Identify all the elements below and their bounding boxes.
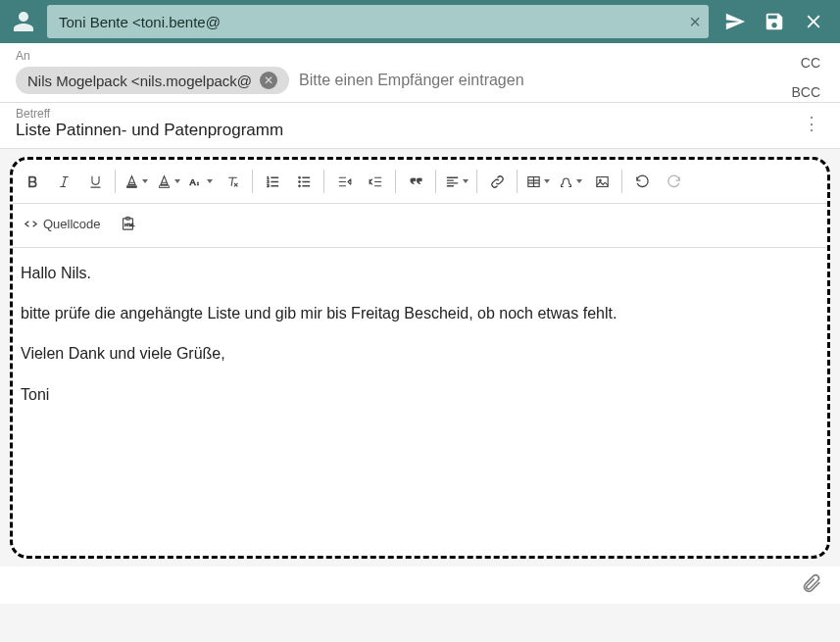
body-line: Vielen Dank und viele Grüße, — [21, 342, 819, 365]
from-field[interactable]: Toni Bente <toni.bente@ × — [47, 5, 709, 38]
toolbar-separator — [621, 170, 622, 193]
special-char-button[interactable] — [554, 166, 586, 197]
ordered-list-button[interactable]: 123 — [257, 166, 288, 197]
toolbar-separator — [476, 170, 477, 193]
save-button[interactable] — [764, 11, 785, 32]
svg-text:A: A — [189, 177, 196, 187]
bold-button[interactable] — [17, 166, 48, 197]
highlight-button[interactable] — [152, 166, 184, 197]
recipient-input[interactable] — [299, 72, 824, 89]
svg-text:↕: ↕ — [197, 180, 200, 186]
align-button[interactable] — [440, 166, 472, 197]
toolbar-separator — [517, 170, 518, 193]
svg-rect-1 — [160, 185, 170, 187]
to-label: An — [16, 49, 824, 63]
svg-text:HTML: HTML — [124, 222, 135, 227]
compose-header: Toni Bente <toni.bente@ × — [0, 0, 840, 43]
unordered-list-button[interactable] — [288, 166, 320, 197]
clear-from-icon[interactable]: × — [689, 12, 701, 31]
toolbar-separator — [323, 170, 324, 193]
attachment-button[interactable] — [801, 572, 822, 598]
header-actions — [718, 11, 830, 32]
toolbar-separator — [395, 170, 396, 193]
source-code-button[interactable]: Quellcode — [17, 208, 107, 239]
undo-button[interactable] — [626, 166, 658, 197]
clear-format-button[interactable] — [217, 166, 248, 197]
font-size-button[interactable]: A↕ — [184, 166, 217, 197]
toolbar: A↕ 123 — [13, 160, 827, 204]
subject-row: Betreff ⋮ — [0, 103, 840, 149]
source-code-label: Quellcode — [43, 217, 101, 231]
italic-button[interactable] — [48, 166, 79, 197]
svg-text:3: 3 — [267, 183, 270, 188]
subject-label: Betreff — [16, 107, 799, 121]
subject-input[interactable] — [16, 121, 799, 140]
link-button[interactable] — [481, 166, 513, 197]
blockquote-button[interactable] — [400, 166, 431, 197]
avatar-icon — [10, 8, 37, 35]
svg-point-8 — [298, 180, 300, 182]
remove-recipient-icon[interactable]: ✕ — [260, 72, 277, 89]
body-line: bitte prüfe die angehängte Liste und gib… — [21, 302, 819, 324]
text-color-button[interactable] — [120, 166, 152, 197]
editor-area: A↕ 123 Quellcode HTML Hallo Nils. bitte — [10, 157, 830, 559]
to-block: An CC BCC Nils Mogelpack <nils.mogelpack… — [0, 43, 840, 103]
image-button[interactable] — [586, 166, 618, 197]
svg-rect-0 — [127, 185, 137, 187]
recipient-chip[interactable]: Nils Mogelpack <nils.mogelpack@ ✕ — [16, 67, 289, 94]
email-body[interactable]: Hallo Nils. bitte prüfe die angehängte L… — [13, 248, 827, 556]
toolbar-separator — [252, 170, 253, 193]
recipient-text: Nils Mogelpack <nils.mogelpack@ — [27, 73, 252, 89]
more-options-button[interactable]: ⋮ — [799, 109, 824, 138]
footer — [0, 567, 840, 604]
to-row: Nils Mogelpack <nils.mogelpack@ ✕ — [16, 67, 824, 94]
svg-point-7 — [298, 176, 300, 178]
body-line: Hallo Nils. — [21, 262, 819, 284]
close-button[interactable] — [803, 11, 824, 32]
outdent-button[interactable] — [328, 166, 360, 197]
send-button[interactable] — [724, 11, 746, 32]
indent-button[interactable] — [360, 166, 391, 197]
svg-point-9 — [298, 184, 300, 186]
cc-button[interactable]: CC — [801, 55, 820, 71]
toolbar-separator — [115, 170, 116, 193]
toolbar-row2: Quellcode HTML — [13, 204, 827, 248]
svg-rect-11 — [596, 176, 607, 186]
bcc-button[interactable]: BCC — [791, 84, 820, 100]
underline-button[interactable] — [79, 166, 111, 197]
toolbar-separator — [435, 170, 436, 193]
body-line: Toni — [21, 383, 819, 406]
html-paste-button[interactable]: HTML — [113, 208, 144, 239]
from-text: Toni Bente <toni.bente@ — [59, 14, 221, 30]
table-button[interactable] — [521, 166, 554, 197]
redo-button[interactable] — [658, 166, 689, 197]
